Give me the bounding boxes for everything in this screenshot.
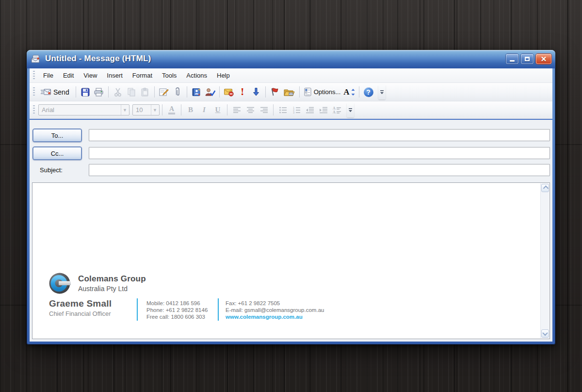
menu-help[interactable]: Help	[212, 70, 235, 81]
menu-view[interactable]: View	[79, 70, 102, 81]
font-size-letter: A	[343, 87, 349, 97]
to-input[interactable]	[89, 129, 550, 141]
attach-file-button[interactable]	[171, 85, 184, 98]
permission-button[interactable]	[222, 85, 236, 98]
font-size-combo[interactable]: ▼	[132, 104, 160, 115]
menu-tools[interactable]: Tools	[157, 70, 181, 81]
body-scrollbar[interactable]	[540, 183, 549, 338]
signature-company-name: Colemans Group	[78, 274, 146, 284]
help-button[interactable]: ?	[362, 85, 375, 98]
signature-phone: Phone: +61 2 9822 8146	[146, 307, 208, 313]
subject-input[interactable]	[89, 164, 550, 176]
font-size-input[interactable]	[133, 106, 151, 114]
paste-icon	[140, 87, 150, 97]
importance-low-button[interactable]	[249, 85, 263, 98]
close-button[interactable]: ✕	[536, 54, 551, 64]
menu-edit[interactable]: Edit	[58, 70, 79, 81]
follow-up-flag-button[interactable]	[268, 85, 282, 98]
formatting-overflow-chevron[interactable]	[347, 103, 354, 117]
italic-button[interactable]: I	[197, 103, 211, 116]
options-label: Options...	[314, 88, 341, 96]
formatting-toolbar: ▼ ▼ A B I	[30, 101, 552, 119]
increase-indent-button[interactable]	[317, 103, 330, 116]
paperclip-icon	[174, 87, 181, 97]
signature-person-name: Graeme Small	[49, 298, 112, 309]
bold-button[interactable]: B	[184, 103, 197, 116]
decrease-indent-button[interactable]	[303, 103, 317, 116]
check-names-icon	[205, 87, 215, 97]
chevron-overflow-icon	[348, 108, 353, 113]
font-name-combo[interactable]: ▼	[38, 104, 129, 115]
importance-high-icon: !	[241, 87, 244, 97]
menu-format[interactable]: Format	[128, 70, 157, 81]
message-font-button[interactable]: A	[342, 85, 356, 98]
options-button[interactable]: Options...	[302, 85, 342, 98]
permission-envelope-icon	[224, 87, 234, 97]
save-button[interactable]	[79, 85, 92, 98]
font-color-bar	[168, 113, 175, 114]
signature-contact-column: Fax: +61 2 9822 7505 E-mail: gsmall@cole…	[226, 300, 324, 320]
toolbar-options-chevron[interactable]	[378, 85, 386, 99]
underline-button[interactable]: U	[211, 103, 225, 116]
align-right-button[interactable]	[257, 103, 271, 116]
folder-icon	[283, 87, 295, 97]
increase-indent-icon	[319, 107, 328, 114]
font-color-button[interactable]: A	[165, 103, 178, 116]
titlebar[interactable]: Untitled - Message (HTML) ✕	[27, 50, 555, 68]
check-names-button[interactable]	[203, 85, 217, 98]
signature-fax: Fax: +61 2 9822 7505	[226, 300, 324, 307]
separator	[265, 86, 266, 98]
maximize-button[interactable]	[521, 54, 534, 64]
bullets-button[interactable]	[276, 103, 290, 116]
bold-icon: B	[188, 106, 193, 114]
subject-label: Subject:	[40, 166, 63, 174]
separator	[154, 86, 155, 98]
send-button[interactable]: Send	[38, 85, 73, 98]
save-to-folder-button[interactable]	[282, 85, 297, 98]
window-title: Untitled - Message (HTML)	[45, 54, 506, 64]
message-body[interactable]: Colemans Group Australia Pty Ltd Graeme …	[32, 182, 550, 339]
importance-low-arrow-icon	[253, 87, 259, 97]
menu-actions[interactable]: Actions	[181, 70, 212, 81]
address-book-button[interactable]	[190, 85, 203, 98]
copy-button[interactable]	[125, 85, 138, 98]
cc-input[interactable]	[89, 147, 550, 159]
underline-icon: U	[215, 106, 221, 114]
paste-button[interactable]	[138, 85, 152, 98]
separator	[359, 86, 359, 98]
numbering-button[interactable]: 123	[290, 103, 303, 116]
cc-button[interactable]: Cc...	[32, 147, 82, 160]
chevron-up-icon	[543, 185, 549, 191]
chevron-down-icon	[542, 330, 548, 335]
help-icon: ?	[364, 87, 373, 97]
scroll-down-button[interactable]	[541, 329, 549, 338]
formatting-grip-handle[interactable]	[33, 105, 35, 115]
font-name-input[interactable]	[39, 106, 121, 114]
signature-phone-column: Mobile: 0412 186 596 Phone: +61 2 9822 8…	[146, 300, 208, 320]
scroll-up-button[interactable]	[541, 184, 549, 192]
cut-icon	[113, 87, 122, 97]
align-center-button[interactable]	[243, 103, 257, 116]
toolbar-grip-handle[interactable]	[33, 87, 35, 97]
align-left-icon	[233, 107, 241, 114]
style-button[interactable]: AA	[330, 103, 344, 116]
minimize-button[interactable]	[506, 54, 518, 64]
cut-button[interactable]	[111, 85, 125, 98]
font-color-letter: A	[169, 106, 174, 112]
importance-high-button[interactable]: !	[236, 85, 249, 98]
handwriting-button[interactable]	[157, 85, 171, 98]
menubar-grip-handle[interactable]	[33, 71, 35, 81]
separator	[299, 86, 300, 98]
align-left-button[interactable]	[230, 103, 243, 116]
print-button[interactable]	[92, 85, 106, 98]
menu-file[interactable]: File	[38, 70, 58, 81]
separator	[187, 86, 187, 98]
window-content: File Edit View Insert Format Tools Actio…	[30, 68, 552, 342]
to-button[interactable]: To...	[32, 129, 82, 142]
separator	[227, 104, 227, 115]
signature-divider	[137, 298, 138, 321]
signature-website-link[interactable]: www.colemansgroup.com.au	[226, 313, 324, 320]
separator	[108, 86, 109, 98]
handwriting-pen-icon	[159, 87, 169, 97]
menu-insert[interactable]: Insert	[102, 70, 128, 81]
